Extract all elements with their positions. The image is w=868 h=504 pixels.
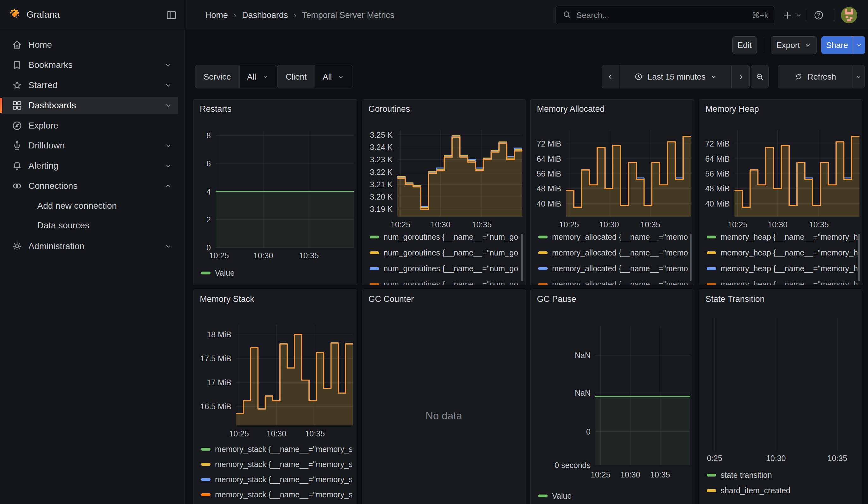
time-range-picker[interactable]: Last 15 minutes xyxy=(620,65,732,89)
filter-value-text: All xyxy=(247,72,256,82)
legend-swatch-icon[interactable] xyxy=(370,251,379,254)
legend-swatch-icon[interactable] xyxy=(707,236,716,238)
sidebar-item-drilldown[interactable]: Drilldown xyxy=(2,137,178,154)
time-range-label: Last 15 minutes xyxy=(648,72,706,82)
search-input[interactable] xyxy=(576,10,747,20)
svg-text:64 MiB: 64 MiB xyxy=(705,154,730,163)
user-avatar[interactable] xyxy=(841,7,857,23)
legend-swatch-icon[interactable] xyxy=(370,267,379,270)
svg-text:48 MiB: 48 MiB xyxy=(705,184,730,193)
legend-swatch-icon[interactable] xyxy=(370,236,379,238)
chevron-down-icon[interactable] xyxy=(164,101,172,110)
legend-swatch-icon[interactable] xyxy=(201,478,210,481)
refresh-button[interactable]: Refresh xyxy=(778,65,852,89)
time-zoom-out-button[interactable] xyxy=(751,65,768,89)
chevron-down-icon[interactable] xyxy=(164,81,172,89)
sidebar-item-data-sources[interactable]: Data sources xyxy=(2,217,178,234)
time-back-button[interactable] xyxy=(602,65,619,89)
legend-label[interactable]: num_goroutines {__name__="num_go xyxy=(383,280,518,285)
add-button[interactable] xyxy=(781,8,794,22)
share-chevron-button[interactable] xyxy=(853,36,865,54)
panel-title-gc_counter[interactable]: GC Counter xyxy=(368,294,414,304)
breadcrumb-item-dashboards[interactable]: Dashboards xyxy=(242,10,288,20)
chart-restarts[interactable]: 0246810:2510:3010:35 xyxy=(194,100,357,285)
legend-label[interactable]: memory_allocated {__name__="memo xyxy=(552,233,688,241)
legend-swatch-icon[interactable] xyxy=(707,474,716,476)
legend-label[interactable]: Value xyxy=(215,268,235,278)
legend-swatch-icon[interactable] xyxy=(201,271,210,275)
legend-label[interactable]: state transition xyxy=(721,471,772,480)
legend-item: memory_stack {__name__="memory_s xyxy=(201,475,352,484)
topbar-divider xyxy=(185,0,185,30)
refresh-interval-chevron-button[interactable] xyxy=(853,65,865,89)
filter-value-client[interactable]: All xyxy=(315,65,353,89)
legend-swatch-icon[interactable] xyxy=(538,236,548,238)
mega-menu-toggle-icon[interactable] xyxy=(165,9,177,21)
export-button[interactable]: Export xyxy=(771,36,817,54)
legend-label[interactable]: memory_stack {__name__="memory_s xyxy=(215,445,352,454)
sidebar-item-connections[interactable]: Connections xyxy=(2,177,178,195)
legend-swatch-icon[interactable] xyxy=(707,267,716,270)
legend-label[interactable]: num_goroutines {__name__="num_go xyxy=(383,264,518,273)
legend-swatch-icon[interactable] xyxy=(201,493,210,496)
legend-label[interactable]: memory_allocated {__name__="memo xyxy=(552,264,688,273)
legend-scrollbar[interactable] xyxy=(858,234,860,281)
chevron-down-icon[interactable] xyxy=(164,61,172,69)
breadcrumb: Home›Dashboards›Temporal Server Metrics xyxy=(205,0,394,30)
sidebar-item-add-new-connection[interactable]: Add new connection xyxy=(2,197,178,214)
legend-label[interactable]: num_goroutines {__name__="num_go xyxy=(383,233,518,241)
legend-label[interactable]: shard_item_created xyxy=(721,486,790,495)
sidebar-item-dashboards[interactable]: Dashboards xyxy=(2,97,178,114)
chevron-down-icon[interactable] xyxy=(164,242,172,250)
legend-item: memory_allocated {__name__="memo xyxy=(538,280,689,285)
sidebar-item-administration[interactable]: Administration xyxy=(2,238,178,255)
legend-swatch-icon[interactable] xyxy=(538,267,548,270)
edit-button[interactable]: Edit xyxy=(732,36,757,54)
sidebar-item-home[interactable]: Home xyxy=(2,36,178,53)
sidebar-item-bookmarks[interactable]: Bookmarks xyxy=(2,56,178,74)
search-box[interactable]: ⌘+k xyxy=(555,6,775,24)
export-label: Export xyxy=(776,40,800,50)
breadcrumb-item-home[interactable]: Home xyxy=(205,10,228,20)
legend-label[interactable]: Value xyxy=(552,491,572,501)
legend-scrollbar[interactable] xyxy=(690,234,692,281)
share-button[interactable]: Share xyxy=(821,36,853,54)
chevron-down-icon[interactable] xyxy=(164,162,172,170)
sidebar-item-starred[interactable]: Starred xyxy=(2,77,178,94)
legend-label[interactable]: memory_heap {__name__="memory_h xyxy=(721,233,858,241)
legend-label[interactable]: num_goroutines {__name__="num_go xyxy=(383,248,518,257)
legend-swatch-icon[interactable] xyxy=(707,489,716,492)
legend-label[interactable]: memory_allocated {__name__="memo xyxy=(552,248,688,257)
chevron-down-icon[interactable] xyxy=(164,142,172,150)
legend-label[interactable]: memory_heap {__name__="memory_h xyxy=(721,248,858,257)
chart-memory_stack[interactable]: 16.5 MiB17 MiB17.5 MiB18 MiB10:2510:3010… xyxy=(194,290,357,504)
legend-swatch-icon[interactable] xyxy=(201,448,210,451)
top-bar: Grafana Home›Dashboards›Temporal Server … xyxy=(0,0,868,30)
legend-swatch-icon[interactable] xyxy=(538,495,548,497)
legend-swatch-icon[interactable] xyxy=(370,283,379,285)
legend-swatch-icon[interactable] xyxy=(707,283,716,285)
sidebar-item-explore[interactable]: Explore xyxy=(2,117,178,134)
sidebar-item-alerting[interactable]: Alerting xyxy=(2,157,178,174)
legend-label[interactable]: memory_allocated {__name__="memo xyxy=(552,280,688,285)
svg-text:8: 8 xyxy=(206,131,211,140)
svg-text:10:35: 10:35 xyxy=(809,220,829,229)
add-chevron-down-icon[interactable] xyxy=(794,8,803,22)
legend-label[interactable]: memory_heap {__name__="memory_h xyxy=(721,264,858,273)
legend-swatch-icon[interactable] xyxy=(707,251,716,254)
help-icon[interactable] xyxy=(812,8,826,22)
legend-scrollbar[interactable] xyxy=(521,234,523,281)
chart-gc_pause[interactable]: NaNNaN00 seconds10:2510:3010:35 xyxy=(530,290,694,504)
legend-swatch-icon[interactable] xyxy=(538,251,548,254)
legend-swatch-icon[interactable] xyxy=(538,283,548,285)
legend-swatch-icon[interactable] xyxy=(201,463,210,466)
filter-value-service[interactable]: All xyxy=(239,65,277,89)
svg-text:72 MiB: 72 MiB xyxy=(537,139,561,148)
time-forward-button[interactable] xyxy=(732,65,750,89)
filter-service: ServiceAll xyxy=(195,65,277,89)
legend-label[interactable]: memory_stack {__name__="memory_s xyxy=(215,460,352,469)
chevron-up-icon[interactable] xyxy=(164,182,172,190)
legend-label[interactable]: memory_heap {__name__="memory_h xyxy=(721,280,858,285)
legend-label[interactable]: memory_stack {__name__="memory_s xyxy=(215,475,352,484)
legend-label[interactable]: memory_stack {__name__="memory_s xyxy=(215,490,352,499)
